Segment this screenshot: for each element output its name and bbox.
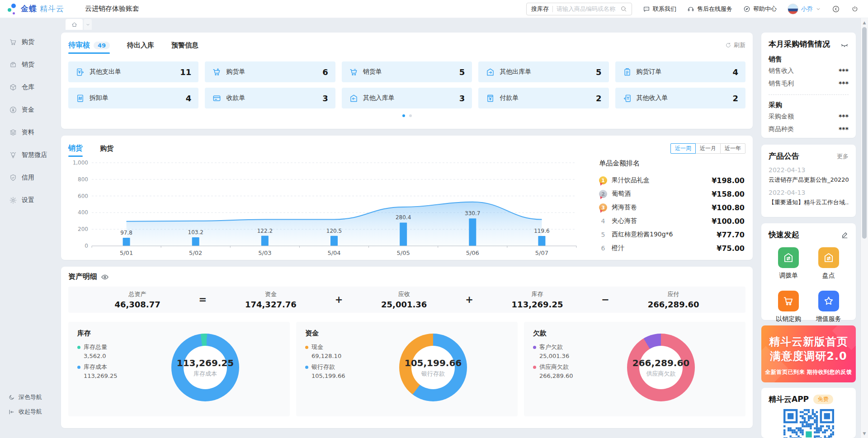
svg-text:600: 600: [78, 193, 88, 199]
help-center-label: 帮助中心: [753, 5, 777, 13]
doc-card-拆卸单[interactable]: 拆卸单4: [68, 88, 198, 108]
todo-tab-待出入库[interactable]: 待出入库: [127, 41, 154, 50]
more-link[interactable]: 更多: [837, 152, 849, 160]
range-button-近一周[interactable]: 近一周: [670, 143, 696, 154]
doc-card-count: 11: [180, 67, 191, 77]
doc-card-label: 其他收入单: [637, 94, 668, 102]
time-range-group: 近一周近一月近一年: [671, 143, 745, 154]
svg-text:119.6: 119.6: [534, 228, 549, 234]
sidebar-item-销货[interactable]: 销货: [0, 53, 54, 76]
doc-card-label: 其他出库单: [500, 68, 531, 76]
summary-row-label: 销售收入: [769, 67, 794, 75]
search-icon[interactable]: [620, 5, 627, 12]
rank-row[interactable]: 1果汁饮品礼盒¥198.00: [599, 174, 745, 187]
quick-item-盘点[interactable]: 盘点: [818, 247, 839, 280]
sidebar-item-label: 资金: [22, 106, 34, 114]
announcement-item[interactable]: 2022-04-13【重要通知】精斗云工作台域...: [769, 189, 849, 207]
sidebar-item-设置[interactable]: 设置: [0, 189, 54, 212]
sidebar-item-仓库[interactable]: 仓库: [0, 76, 54, 99]
quick-item-增值服务[interactable]: 增值服务: [816, 291, 841, 323]
eye-closed-icon[interactable]: [840, 40, 849, 48]
page-dot-2[interactable]: [409, 114, 412, 117]
quick-item-label: 调拨单: [779, 272, 798, 280]
quick-item-以销定购[interactable]: 以销定购: [776, 291, 801, 323]
doc-card-购货订单[interactable]: 购货订单4: [615, 61, 745, 82]
sidebar-item-资料[interactable]: 资料: [0, 121, 54, 144]
home-tab[interactable]: [66, 19, 83, 30]
announcement-item[interactable]: 2022-04-13云进销存产品更新公告_20220...: [769, 166, 849, 184]
doc-card-其他收入单[interactable]: 其他收入单2: [615, 88, 745, 108]
tab-dropdown-button[interactable]: [84, 19, 92, 30]
scroll-up-arrow[interactable]: ▲: [861, 19, 868, 26]
doc-card-其他入库单[interactable]: 其他入库单3: [342, 88, 472, 108]
rank-amount: ¥77.70: [717, 231, 745, 239]
help-center-link[interactable]: 帮助中心: [743, 5, 777, 13]
right-sidebar: 本月采购销售情况 销售销售收入***销售毛利***采购采购金额***商品种类**…: [761, 33, 856, 438]
tab-purchase[interactable]: 购货: [100, 144, 113, 153]
after-sales-service-link[interactable]: 售后在线服务: [687, 5, 732, 13]
edit-icon[interactable]: [841, 231, 849, 239]
app-logo[interactable]: 金蝶 精斗云: [0, 3, 64, 15]
free-badge: 免费: [813, 395, 833, 404]
donut-chart-欠款: 266,289.60供应商欠款: [627, 334, 695, 401]
rank-row[interactable]: 3烤海苔卷¥100.80: [599, 201, 745, 214]
scrollbar-thumb[interactable]: [862, 27, 867, 239]
svg-text:5/02: 5/02: [189, 250, 202, 256]
refresh-button[interactable]: 刷新: [725, 41, 745, 49]
inventory-search-input[interactable]: 搜库存 请输入商品编码或名称: [526, 3, 632, 15]
user-menu[interactable]: 小乔: [788, 4, 821, 14]
todo-tab-预警信息[interactable]: 预警信息: [171, 41, 198, 50]
banner-subtitle: 全新首页已到来 期待收到您的反馈: [761, 368, 856, 376]
survey-banner[interactable]: 精斗云新版首页 满意度调研2.0 全新首页已到来 期待收到您的反馈: [761, 325, 856, 382]
contact-us-label: 联系我们: [653, 5, 676, 13]
sidebar-item-智慧微店[interactable]: 智慧微店: [0, 144, 54, 166]
doc-card-销货单[interactable]: 销货单5: [342, 61, 472, 82]
rank-row[interactable]: 2葡萄酒¥158.00: [599, 187, 745, 201]
range-button-近一月[interactable]: 近一月: [695, 143, 721, 154]
rank-row[interactable]: 4夹心海苔¥100.00: [599, 214, 745, 228]
sidebar-item-资金[interactable]: 资金: [0, 99, 54, 121]
sidebar-item-信用[interactable]: 信用: [0, 166, 54, 189]
eye-open-icon[interactable]: [101, 273, 109, 281]
rank-medal-wrap: 2: [599, 190, 608, 198]
formula-item-库存: 库存113,269.25: [512, 290, 563, 309]
rank-medal-wrap: 3: [599, 203, 608, 212]
rank-number: 4: [599, 217, 607, 225]
user-name: 小乔: [801, 5, 813, 13]
todo-tab-待审核[interactable]: 待审核49: [68, 41, 110, 50]
formula-label: 库存: [512, 290, 563, 298]
svg-text:120.5: 120.5: [326, 228, 342, 234]
doc-card-label: 其他入库单: [363, 94, 395, 102]
month-summary-title: 本月采购销售情况: [769, 39, 830, 49]
announcement-date: 2022-04-13: [769, 166, 849, 174]
rank-row[interactable]: 5西红柿意粉酱190g*6¥77.70: [599, 228, 745, 241]
doc-card-付款单[interactable]: 付款单2: [478, 88, 609, 108]
rank-amount: ¥198.00: [712, 176, 745, 185]
sidebar-item-购货[interactable]: 购货: [0, 31, 54, 53]
sidebar-footer-收起导航[interactable]: 收起导航: [0, 405, 54, 419]
power-icon[interactable]: [851, 5, 859, 13]
tab-sales[interactable]: 销货: [68, 144, 83, 153]
doc-card-其他出库单[interactable]: 其他出库单5: [478, 61, 609, 82]
svg-text:330.7: 330.7: [465, 210, 480, 217]
svg-text:5/05: 5/05: [397, 250, 410, 256]
shield-icon: [9, 174, 17, 182]
todo-tab-label: 待审核: [68, 41, 90, 50]
doc-card-购货单[interactable]: 购货单6: [205, 61, 335, 82]
sidebar-item-label: 资料: [22, 128, 34, 137]
doc-card-count: 2: [732, 94, 738, 103]
back-icon[interactable]: [832, 5, 840, 13]
svg-text:103.2: 103.2: [188, 229, 203, 235]
quick-item-调拨单[interactable]: 调拨单: [778, 247, 799, 280]
rank-amount: ¥158.00: [712, 190, 745, 198]
rank-row[interactable]: 6橙汁¥75.00: [599, 241, 745, 255]
sidebar-footer-深色导航[interactable]: 深色导航: [0, 390, 54, 405]
doc-card-其他支出单[interactable]: 其他支出单11: [68, 61, 198, 82]
contact-us-link[interactable]: 联系我们: [643, 5, 676, 13]
doc-card-收款单[interactable]: 收款单3: [205, 88, 335, 108]
scroll-down-arrow[interactable]: ▼: [861, 430, 868, 437]
range-button-近一年[interactable]: 近一年: [720, 143, 745, 154]
page-dot-1[interactable]: [402, 114, 405, 117]
doc-card-count: 2: [596, 94, 602, 103]
order-clipboard-icon: [623, 67, 632, 77]
